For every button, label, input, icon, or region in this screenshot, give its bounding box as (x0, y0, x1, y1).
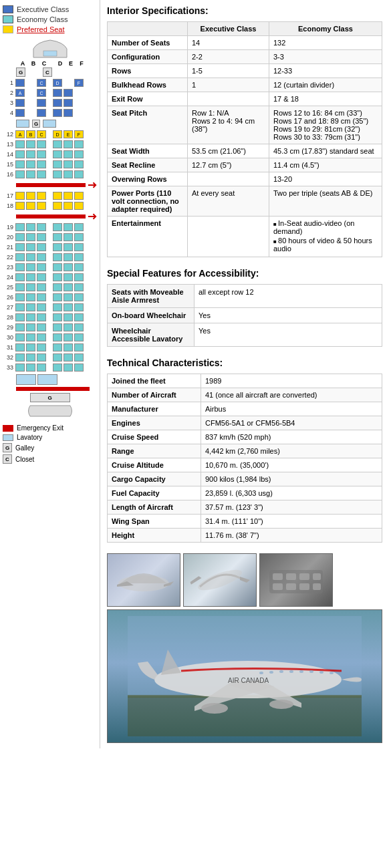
seat-25f[interactable] (74, 283, 84, 291)
seat-19b[interactable] (26, 223, 35, 231)
seat-13c[interactable] (37, 140, 46, 148)
seat-13d[interactable] (53, 140, 62, 148)
seat-28e[interactable] (63, 313, 73, 321)
seat-3e[interactable] (63, 99, 73, 107)
seat-25b[interactable] (26, 283, 35, 291)
seat-21f[interactable] (74, 243, 84, 251)
seat-20b[interactable] (26, 233, 35, 241)
seat-19f[interactable] (74, 223, 84, 231)
seat-4a[interactable] (15, 109, 25, 117)
seat-4c[interactable] (37, 109, 46, 117)
seat-31b[interactable] (26, 343, 35, 351)
seat-1a[interactable] (15, 79, 25, 87)
seat-30e[interactable] (63, 333, 73, 341)
seat-17e[interactable] (63, 192, 73, 200)
seat-26b[interactable] (26, 293, 35, 301)
seat-16a[interactable] (15, 170, 25, 178)
seat-31f[interactable] (74, 343, 84, 351)
seat-24e[interactable] (63, 273, 73, 281)
seat-23c[interactable] (37, 263, 46, 271)
seat-27b[interactable] (26, 303, 35, 311)
seat-17a[interactable] (15, 192, 25, 200)
seat-32a[interactable] (15, 353, 25, 361)
seat-21b[interactable] (26, 243, 35, 251)
seat-31c[interactable] (37, 343, 46, 351)
seat-28f[interactable] (74, 313, 84, 321)
seat-30d[interactable] (53, 333, 62, 341)
seat-30c[interactable] (37, 333, 46, 341)
seat-32b[interactable] (26, 353, 35, 361)
seat-24c[interactable] (37, 273, 46, 281)
seat-19a[interactable] (15, 223, 25, 231)
seat-13f[interactable] (74, 140, 84, 148)
seat-17f[interactable] (74, 192, 84, 200)
seat-12a[interactable]: A (15, 130, 25, 138)
seat-15b[interactable] (26, 160, 35, 168)
seat-14e[interactable] (63, 150, 73, 158)
seat-1f[interactable]: F (74, 79, 84, 87)
seat-28b[interactable] (26, 313, 35, 321)
seat-30b[interactable] (26, 333, 35, 341)
seat-28d[interactable] (53, 313, 62, 321)
seat-25c[interactable] (37, 283, 46, 291)
seat-15a[interactable] (15, 160, 25, 168)
seat-31d[interactable] (53, 343, 62, 351)
seat-31e[interactable] (63, 343, 73, 351)
seat-23b[interactable] (26, 263, 35, 271)
seat-2c[interactable]: C (37, 89, 46, 97)
seat-26c[interactable] (37, 293, 46, 301)
seat-26a[interactable] (15, 293, 25, 301)
seat-16b[interactable] (26, 170, 35, 178)
seat-26d[interactable] (53, 293, 62, 301)
seat-20c[interactable] (37, 233, 46, 241)
seat-14a[interactable] (15, 150, 25, 158)
seat-18d[interactable] (53, 202, 62, 210)
seat-14f[interactable] (74, 150, 84, 158)
seat-22f[interactable] (74, 253, 84, 261)
seat-13b[interactable] (26, 140, 35, 148)
seat-33c[interactable] (37, 364, 46, 372)
seat-20f[interactable] (74, 233, 84, 241)
seat-16d[interactable] (53, 170, 62, 178)
seat-27d[interactable] (53, 303, 62, 311)
seat-17b[interactable] (26, 192, 35, 200)
seat-2d[interactable] (53, 89, 62, 97)
seat-12b[interactable]: B (26, 130, 35, 138)
seat-20d[interactable] (53, 233, 62, 241)
seat-27e[interactable] (63, 303, 73, 311)
seat-14d[interactable] (53, 150, 62, 158)
seat-22d[interactable] (53, 253, 62, 261)
seat-26f[interactable] (74, 293, 84, 301)
seat-13a[interactable] (15, 140, 25, 148)
seat-30a[interactable] (15, 333, 25, 341)
seat-24b[interactable] (26, 273, 35, 281)
photo-large[interactable]: AIR CANADA (107, 609, 382, 743)
seat-16f[interactable] (74, 170, 84, 178)
seat-3d[interactable] (53, 99, 62, 107)
seat-12c[interactable]: C (37, 130, 46, 138)
seat-33d[interactable] (53, 364, 62, 372)
seat-19e[interactable] (63, 223, 73, 231)
seat-23a[interactable] (15, 263, 25, 271)
seat-1c[interactable]: C (37, 79, 46, 87)
seat-27f[interactable] (74, 303, 84, 311)
seat-15f[interactable] (74, 160, 84, 168)
seat-2a[interactable]: A (15, 89, 25, 97)
seat-29c[interactable] (37, 323, 46, 331)
seat-18b[interactable] (26, 202, 35, 210)
seat-25e[interactable] (63, 283, 73, 291)
seat-29f[interactable] (74, 323, 84, 331)
seat-1d[interactable]: D (53, 79, 62, 87)
seat-32c[interactable] (37, 353, 46, 361)
seat-29e[interactable] (63, 323, 73, 331)
seat-18f[interactable] (74, 202, 84, 210)
seat-16c[interactable] (37, 170, 46, 178)
seat-3c[interactable] (37, 99, 46, 107)
seat-29b[interactable] (26, 323, 35, 331)
seat-17c[interactable] (37, 192, 46, 200)
seat-20e[interactable] (63, 233, 73, 241)
seat-29a[interactable] (15, 323, 25, 331)
seat-21d[interactable] (53, 243, 62, 251)
seat-23f[interactable] (74, 263, 84, 271)
photo-small-3[interactable] (259, 553, 333, 607)
